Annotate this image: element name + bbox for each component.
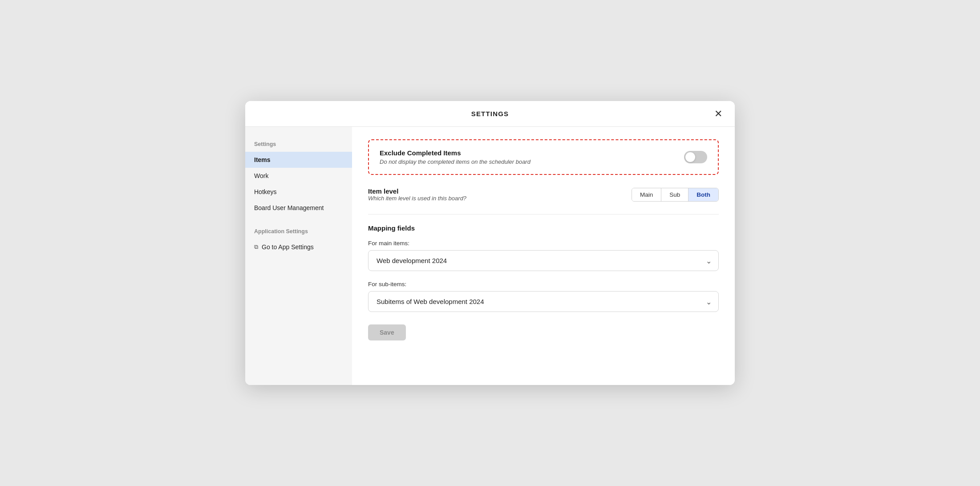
item-level-titles: Item level Which item level is used in t…	[368, 187, 466, 202]
sidebar-item-board-user-management-label: Board User Management	[254, 204, 324, 211]
exclude-title: Exclude Completed Items	[380, 149, 677, 157]
exclude-subtitle: Do not display the completed items on th…	[380, 158, 677, 165]
sidebar-section-settings: Settings	[245, 141, 352, 152]
mapping-fields-title: Mapping fields	[368, 224, 719, 232]
main-items-select[interactable]: Web development 2024	[368, 250, 719, 271]
sub-items-select[interactable]: Subitems of Web development 2024	[368, 291, 719, 312]
item-level-section: Item level Which item level is used in t…	[368, 187, 719, 202]
main-items-label: For main items:	[368, 240, 719, 247]
sidebar-item-app-settings-label: Go to App Settings	[262, 243, 314, 251]
item-level-row: Item level Which item level is used in t…	[368, 187, 719, 202]
sidebar-item-hotkeys-label: Hotkeys	[254, 188, 277, 195]
save-button[interactable]: Save	[368, 324, 406, 340]
sidebar-item-board-user-management[interactable]: Board User Management	[245, 200, 352, 216]
modal-body: Settings Items Work Hotkeys Board User M…	[245, 127, 735, 385]
item-level-main-btn[interactable]: Main	[632, 188, 661, 201]
sidebar-section-app-settings: Application Settings	[245, 228, 352, 239]
sidebar-item-work-label: Work	[254, 172, 268, 179]
divider	[368, 214, 719, 215]
item-level-btn-group: Main Sub Both	[632, 188, 719, 202]
modal-header: SETTINGS ✕	[245, 101, 735, 127]
item-level-both-btn[interactable]: Both	[688, 188, 718, 201]
sidebar-item-go-to-app-settings[interactable]: ⧉ Go to App Settings	[245, 239, 352, 255]
mapping-fields-section: Mapping fields For main items: Web devel…	[368, 224, 719, 312]
item-level-sub-btn[interactable]: Sub	[661, 188, 688, 201]
sidebar: Settings Items Work Hotkeys Board User M…	[245, 127, 352, 385]
modal-title: SETTINGS	[471, 110, 509, 117]
sidebar-item-items[interactable]: Items	[245, 152, 352, 168]
sidebar-item-hotkeys[interactable]: Hotkeys	[245, 184, 352, 200]
sub-items-label: For sub-items:	[368, 281, 719, 288]
toggle-slider	[684, 151, 707, 163]
exclude-completed-text: Exclude Completed Items Do not display t…	[380, 149, 677, 165]
item-level-title: Item level	[368, 187, 466, 195]
sidebar-item-items-label: Items	[254, 156, 271, 163]
item-level-desc: Which item level is used in this board?	[368, 195, 466, 202]
main-items-select-wrapper: Web development 2024 ⌄	[368, 250, 719, 271]
external-link-icon: ⧉	[254, 243, 258, 251]
sub-items-select-wrapper: Subitems of Web development 2024 ⌄	[368, 291, 719, 312]
exclude-toggle[interactable]	[684, 151, 707, 163]
exclude-completed-items-box: Exclude Completed Items Do not display t…	[368, 139, 719, 175]
main-content: Exclude Completed Items Do not display t…	[352, 127, 735, 385]
close-button[interactable]: ✕	[713, 107, 724, 121]
sidebar-item-work[interactable]: Work	[245, 168, 352, 184]
settings-modal: SETTINGS ✕ Settings Items Work Hotkeys B…	[245, 101, 735, 385]
